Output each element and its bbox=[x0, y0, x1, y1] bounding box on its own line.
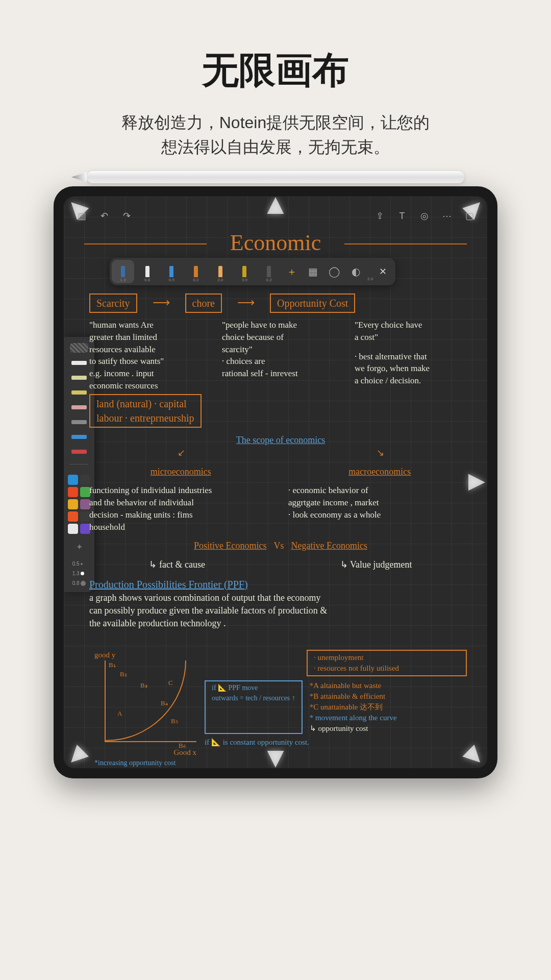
sidebar-icon[interactable]: ▥ bbox=[74, 208, 89, 224]
note-positive-econ: Positive Economics bbox=[194, 540, 267, 552]
note-box-chore: chore bbox=[185, 293, 222, 313]
text-tool-icon[interactable]: T bbox=[394, 208, 410, 224]
note-ppf-body: a graph shows various combination of out… bbox=[89, 592, 472, 630]
title-rule-right bbox=[344, 243, 467, 244]
pen-tool-0[interactable]: 1.3 bbox=[112, 260, 134, 283]
color-swatch[interactable] bbox=[80, 524, 90, 534]
color-swatch[interactable] bbox=[68, 499, 78, 509]
clipboard-icon[interactable]: ▦ bbox=[304, 262, 323, 281]
note-col-2: "people have to makechoice because of sc… bbox=[222, 319, 339, 428]
canvas-title: Economic bbox=[64, 230, 487, 256]
ppf-graph: good y B₁ B₂ B₃ B₄ B₅ B₆ A C Good bbox=[94, 650, 196, 752]
color-swatch[interactable] bbox=[68, 511, 78, 522]
close-toolbar-icon[interactable]: ✕ bbox=[375, 264, 390, 279]
note-vs: Vs bbox=[274, 540, 284, 552]
pen-tool-4[interactable]: 2.0 bbox=[209, 260, 232, 283]
texture-icon[interactable] bbox=[70, 343, 88, 353]
note-scope-heading: The scope of economics bbox=[236, 435, 325, 445]
ppf-annotations: · unemployment· resources not fully util… bbox=[205, 650, 467, 752]
pen-tool-5[interactable]: 3.9 bbox=[234, 260, 256, 283]
color-swatch[interactable] bbox=[80, 511, 90, 522]
redo-icon[interactable]: ↷ bbox=[119, 208, 134, 224]
note-box-scarcity: Scarcity bbox=[89, 293, 137, 313]
eraser[interactable] bbox=[69, 447, 89, 457]
pen-white[interactable] bbox=[69, 358, 89, 368]
color-swatch[interactable] bbox=[68, 475, 78, 485]
tablet-frame: ▲ ▲ ▲ ▲ ▲ ▲ ▲ ▲ ▥ ↶ ↷ ⇪ T ◎ ⋯ ▢ Economic… bbox=[54, 186, 497, 778]
promo-title: 无限画布 bbox=[0, 46, 551, 95]
favorite-icon[interactable]: ✦ bbox=[76, 542, 83, 552]
note-macro-body: · economic behavior ofaggrtgate income ,… bbox=[288, 484, 472, 533]
dark-mode-icon[interactable]: ◐ bbox=[346, 262, 365, 281]
panels-icon[interactable]: ▢ bbox=[462, 208, 477, 224]
stylus-illustration bbox=[87, 171, 464, 183]
arrow-icon: ⟶ bbox=[237, 295, 255, 312]
promo-subtitle-line2: 想法得以自由发展，无拘无束。 bbox=[0, 135, 551, 159]
arrow-icon: ⟶ bbox=[153, 295, 170, 312]
pen-blue[interactable] bbox=[69, 432, 89, 442]
add-pen-icon[interactable]: ＋ bbox=[282, 262, 302, 281]
note-micro-heading: microeconomics bbox=[151, 465, 211, 478]
note-ppf-heading: Production Possibilities Frontier (PPF) bbox=[89, 579, 248, 590]
pen-tool-1[interactable]: 0.8 bbox=[136, 260, 159, 283]
note-fact-cause: ↳ fact & cause bbox=[149, 558, 205, 571]
note-box-opportunity: Opportunity Cost bbox=[270, 293, 355, 313]
note-negative-econ: Negative Economics bbox=[291, 540, 367, 552]
pen-tool-2[interactable]: 0.5 bbox=[160, 260, 183, 283]
pen-toolbar[interactable]: 1.30.80.50.22.03.90.2＋▦◯◐2.0✕ bbox=[110, 258, 395, 285]
lasso-icon[interactable]: ◯ bbox=[325, 262, 344, 281]
pen-thin[interactable] bbox=[69, 417, 89, 427]
app-screen[interactable]: ▲ ▲ ▲ ▲ ▲ ▲ ▲ ▲ ▥ ↶ ↷ ⇪ T ◎ ⋯ ▢ Economic… bbox=[64, 197, 487, 768]
pen-tool-3[interactable]: 0.2 bbox=[185, 260, 207, 283]
color-swatch[interactable] bbox=[68, 524, 78, 534]
promo-subtitle: 释放创造力，Notein提供无限空间，让您的 想法得以自由发展，无拘无束。 bbox=[0, 110, 551, 159]
note-macro-heading: macroeconomics bbox=[348, 465, 411, 478]
color-palette[interactable] bbox=[68, 475, 90, 534]
stroke-sizes[interactable]: 0.5 1.3 0.8 bbox=[72, 561, 86, 586]
arrow-down-left-icon: ↙ bbox=[178, 447, 185, 459]
note-micro-body: functioning of individual industriesand … bbox=[89, 484, 273, 533]
handwritten-notes[interactable]: Scarcity ⟶ chore ⟶ Opportunity Cost "hum… bbox=[89, 293, 472, 758]
undo-icon[interactable]: ↶ bbox=[96, 208, 112, 224]
share-icon[interactable]: ⇪ bbox=[372, 208, 387, 224]
pen-cream[interactable] bbox=[69, 373, 89, 382]
pen-pink[interactable] bbox=[69, 402, 89, 412]
note-col-3: "Every choice havea cost" · best alterna… bbox=[355, 319, 472, 428]
promo-subtitle-line1: 释放创造力，Notein提供无限空间，让您的 bbox=[0, 110, 551, 135]
highlighter[interactable] bbox=[69, 387, 89, 397]
top-toolbar: ▥ ↶ ↷ ⇪ T ◎ ⋯ ▢ bbox=[64, 206, 487, 226]
color-swatch[interactable] bbox=[68, 487, 78, 497]
note-value-judgement: ↳ Value judgement bbox=[340, 558, 412, 571]
color-swatch[interactable] bbox=[80, 475, 90, 485]
arrow-down-right-icon: ↘ bbox=[377, 447, 384, 459]
note-col-1: "human wants Aregreater than limited res… bbox=[89, 319, 207, 428]
more-icon[interactable]: ⋯ bbox=[439, 208, 455, 224]
color-swatch[interactable] bbox=[80, 499, 90, 509]
color-swatch[interactable] bbox=[80, 487, 90, 497]
pen-tool-6[interactable]: 0.2 bbox=[258, 260, 280, 283]
shape-tool-icon[interactable]: ◎ bbox=[417, 208, 432, 224]
